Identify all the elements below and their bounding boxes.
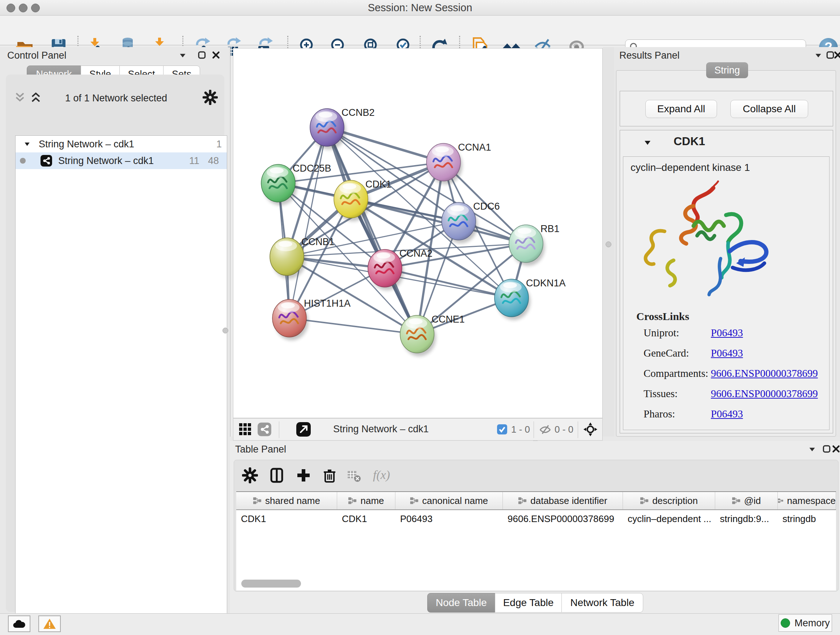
network-node-ccne1[interactable] xyxy=(400,315,436,356)
zoom-window-button[interactable] xyxy=(31,4,40,12)
network-edge[interactable] xyxy=(385,268,512,298)
network-node-hist1h1a[interactable] xyxy=(272,299,308,340)
expand-all-networks-button[interactable] xyxy=(29,91,43,103)
tab-network-table[interactable]: Network Table xyxy=(561,593,643,613)
column-header-label: @id xyxy=(744,495,761,507)
close-panel-button[interactable] xyxy=(831,444,840,454)
panel-menu-button[interactable] xyxy=(813,51,823,60)
network-collection-row[interactable]: String Network – cdk1 1 xyxy=(16,136,227,152)
double-chevron-up-icon xyxy=(29,91,43,103)
column-header-name[interactable]: name xyxy=(337,492,395,509)
section-collapse-button[interactable] xyxy=(643,138,652,147)
vertical-splitter-grip[interactable] xyxy=(223,328,228,333)
delete-column-button[interactable] xyxy=(322,467,338,484)
network-edge[interactable] xyxy=(289,318,417,334)
crosslink-row: GeneCard:P06493 xyxy=(623,347,829,367)
table-cell[interactable]: P06493 xyxy=(395,510,503,527)
memory-status-dot xyxy=(781,618,790,628)
network-edge[interactable] xyxy=(289,127,327,318)
table-cell[interactable]: CDK1 xyxy=(236,510,337,527)
panel-menu-button[interactable] xyxy=(178,51,187,60)
grid-view-button[interactable] xyxy=(238,423,252,436)
crosslink-link[interactable]: P06493 xyxy=(711,327,743,339)
collapse-all-button[interactable]: Collapse All xyxy=(730,100,808,118)
collapse-all-networks-button[interactable] xyxy=(13,91,27,103)
cloud-status-button[interactable] xyxy=(8,616,30,632)
expand-all-button[interactable]: Expand All xyxy=(645,100,717,118)
add-column-button[interactable] xyxy=(295,467,312,484)
open-in-window-button[interactable] xyxy=(295,421,311,437)
toolbar-separator xyxy=(279,421,279,438)
selected-checkbox[interactable] xyxy=(497,424,508,435)
cloud-icon xyxy=(12,619,26,629)
delete-table-button[interactable] xyxy=(347,470,363,486)
column-header--id[interactable]: @id xyxy=(715,492,778,509)
tab-edge-table[interactable]: Edge Table xyxy=(495,593,562,613)
column-header-canonical-name[interactable]: canonical name xyxy=(395,492,503,509)
column-header-namespace[interactable]: namespace xyxy=(778,492,836,509)
column-source-icon xyxy=(410,497,418,505)
network-options-button[interactable] xyxy=(202,90,218,105)
table-row[interactable]: CDK1CDK1P064939606.ENSP00000378699cyclin… xyxy=(236,510,836,527)
float-panel-button[interactable] xyxy=(822,444,831,454)
network-node-cdk1[interactable] xyxy=(334,180,370,221)
panel-menu-button[interactable] xyxy=(807,445,817,454)
network-node-ccnb2[interactable] xyxy=(310,109,346,149)
column-source-icon xyxy=(518,497,527,505)
table-cell[interactable]: stringdb:9... xyxy=(715,510,778,527)
show-columns-button[interactable] xyxy=(269,467,286,484)
minimize-window-button[interactable] xyxy=(19,4,27,12)
tab-string[interactable]: String xyxy=(706,62,748,78)
crosslinks-title: CrossLinks xyxy=(636,310,689,323)
table-cell[interactable]: stringdb xyxy=(778,510,836,527)
crosslink-link[interactable]: 9606.ENSP00000378699 xyxy=(711,367,818,379)
table-cell[interactable]: CDK1 xyxy=(337,510,395,527)
network-share-view-button[interactable] xyxy=(257,422,272,437)
crosslink-link[interactable]: P06493 xyxy=(711,408,743,420)
network-canvas[interactable]: CCNB2CCNA1CDC25BCDK1CDC6RB1CCNB1CCNA2CDK… xyxy=(233,48,603,418)
hidden-items-button[interactable] xyxy=(538,424,552,435)
table-options-button[interactable] xyxy=(242,467,259,484)
table-cell[interactable]: cyclin–dependent ... xyxy=(623,510,715,527)
network-node-rb1[interactable] xyxy=(509,225,545,266)
chevron-down-icon xyxy=(813,51,823,60)
close-panel-button[interactable] xyxy=(211,50,221,60)
network-graph[interactable]: CCNB2CCNA1CDC25BCDK1CDC6RB1CCNB1CCNA2CDK… xyxy=(233,49,602,418)
tab-node-table[interactable]: Node Table xyxy=(427,593,495,613)
network-node-cdc6[interactable] xyxy=(442,203,477,243)
close-icon xyxy=(211,50,221,60)
tree-expander-icon[interactable] xyxy=(24,141,31,148)
crosslink-link[interactable]: P06493 xyxy=(711,347,743,359)
external-link-icon xyxy=(295,421,311,437)
birdseye-view-button[interactable] xyxy=(583,422,598,437)
float-panel-button[interactable] xyxy=(197,50,207,60)
network-node-ccna2[interactable] xyxy=(368,249,404,290)
function-builder-button[interactable]: f(x) xyxy=(373,468,390,482)
crosslinks-list: Uniprot:P06493GeneCard:P06493Compartment… xyxy=(623,327,829,428)
column-header-description[interactable]: description xyxy=(623,492,715,509)
network-node-cdc25b[interactable] xyxy=(261,165,297,205)
collection-count: 1 xyxy=(216,139,222,150)
crosslink-row: Pharos:P06493 xyxy=(623,408,829,428)
column-header-shared-name[interactable]: shared name xyxy=(236,492,337,509)
memory-button[interactable]: Memory xyxy=(778,614,832,632)
close-window-button[interactable] xyxy=(6,4,15,12)
table-cell[interactable]: 9606.ENSP00000378699 xyxy=(503,510,623,527)
results-splitter[interactable] xyxy=(603,47,614,437)
splitter-grip[interactable] xyxy=(606,241,611,247)
network-row-selected[interactable]: String Network – cdk1 11 48 xyxy=(16,152,227,169)
window-title: Session: New Session xyxy=(0,0,840,15)
table-panel: Table Panel xyxy=(230,441,840,613)
network-node-cdkn1a[interactable] xyxy=(494,279,531,320)
crosslink-link[interactable]: 9606.ENSP00000378699 xyxy=(711,388,818,400)
close-panel-button[interactable] xyxy=(833,50,840,60)
column-header-database-identifier[interactable]: database identifier xyxy=(503,492,623,509)
share-icon xyxy=(257,422,272,437)
protein-structure-image xyxy=(639,177,777,304)
column-header-label: namespace xyxy=(787,495,836,507)
network-node-ccna1[interactable] xyxy=(426,143,462,184)
crosslink-label: Pharos: xyxy=(644,408,675,420)
network-edge-count: 48 xyxy=(208,155,219,166)
warnings-button[interactable] xyxy=(38,616,61,632)
horizontal-scrollbar-thumb[interactable] xyxy=(241,580,301,587)
